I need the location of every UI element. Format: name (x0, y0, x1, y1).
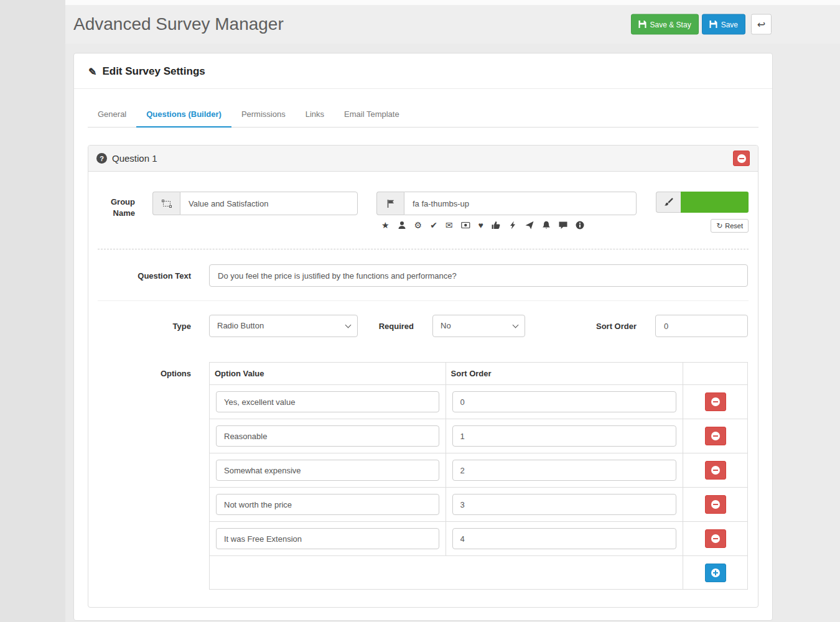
icon-class-input[interactable] (404, 192, 637, 215)
remove-option-button[interactable] (705, 427, 726, 445)
minus-circle-icon (711, 500, 720, 509)
color-input-group (656, 192, 749, 213)
question-text-input[interactable] (209, 264, 748, 287)
left-rail (0, 0, 65, 622)
user-icon[interactable] (398, 221, 406, 230)
remove-question-button[interactable] (733, 151, 750, 166)
bolt-icon[interactable] (508, 221, 517, 230)
color-swatch[interactable] (681, 192, 749, 213)
tab-email-template[interactable]: Email Template (334, 103, 409, 127)
plus-circle-icon (711, 569, 720, 577)
type-select-value: Radio Button (217, 321, 264, 330)
top-strip (65, 0, 840, 5)
paint-brush-icon (656, 192, 681, 213)
save-icon (709, 21, 717, 29)
option-value-input[interactable] (216, 425, 439, 447)
question-body: Group Name (88, 172, 758, 607)
question-text-row: Question Text (98, 264, 749, 287)
heart-icon[interactable]: ♥ (478, 221, 483, 230)
option-row (210, 522, 748, 556)
question-header: ? Question 1 (88, 146, 758, 172)
cog-icon[interactable]: ⚙ (414, 221, 422, 230)
option-sort-input[interactable] (452, 425, 677, 447)
option-sort-input[interactable] (452, 391, 677, 412)
icon-picker: ★ ⚙ ✔ ✉ ♥ (381, 221, 637, 230)
remove-option-button[interactable] (705, 495, 726, 514)
tab-general[interactable]: General (88, 103, 136, 127)
flag-icon (376, 192, 404, 215)
envelope-icon[interactable]: ✉ (446, 221, 453, 230)
tab-permissions[interactable]: Permissions (231, 103, 296, 127)
back-button[interactable]: ↩ (751, 14, 772, 35)
sort-order-header: Sort Order (446, 363, 683, 385)
thumbs-up-icon[interactable] (492, 221, 500, 230)
comment-icon[interactable] (559, 221, 567, 230)
save-icon (638, 21, 646, 29)
save-and-stay-label: Save & Stay (650, 20, 691, 29)
question-text-label: Question Text (98, 271, 191, 281)
pencil-icon: ✎ (88, 66, 96, 78)
sort-order-label: Sort Order (595, 322, 637, 331)
remove-option-button[interactable] (705, 529, 726, 548)
refresh-icon: ↻ (716, 221, 722, 230)
minus-circle-icon (711, 534, 720, 543)
back-icon: ↩ (757, 19, 765, 30)
option-sort-input[interactable] (452, 528, 677, 549)
money-icon[interactable] (461, 221, 470, 230)
option-row (210, 419, 748, 453)
option-sort-input[interactable] (452, 494, 677, 515)
panel-body: General Questions (Builder) Permissions … (74, 89, 772, 608)
option-value-input[interactable] (216, 528, 439, 549)
add-option-button[interactable] (705, 564, 726, 582)
option-value-input[interactable] (216, 391, 439, 412)
question-title: ? Question 1 (96, 153, 157, 164)
sort-order-input[interactable] (655, 315, 748, 337)
tab-bar: General Questions (Builder) Permissions … (88, 103, 758, 128)
send-icon[interactable] (525, 221, 534, 230)
minus-circle-icon (711, 397, 720, 406)
option-value-input[interactable] (216, 460, 439, 481)
bell-icon[interactable] (542, 221, 551, 230)
type-select[interactable]: Radio Button (209, 315, 358, 337)
object-group-icon (152, 192, 180, 215)
save-label: Save (721, 20, 738, 29)
reset-color-button[interactable]: ↻ Reset (711, 219, 749, 233)
group-name-input[interactable] (180, 192, 358, 215)
required-label: Required (378, 322, 414, 331)
option-sort-input[interactable] (452, 460, 677, 481)
type-label: Type (98, 322, 191, 331)
group-row: Group Name (98, 192, 749, 233)
save-and-stay-button[interactable]: Save & Stay (631, 14, 699, 35)
options-table: Option Value Sort Order (209, 362, 748, 590)
remove-option-button[interactable] (705, 392, 726, 411)
star-icon[interactable]: ★ (381, 221, 390, 230)
tab-questions-builder[interactable]: Questions (Builder) (136, 103, 231, 128)
question-panel: ? Question 1 Group Name (88, 145, 758, 608)
chevron-down-icon (513, 322, 519, 328)
required-select-value: No (441, 321, 451, 330)
required-select[interactable]: No (432, 315, 525, 337)
page-title: Advanced Survey Manager (73, 14, 284, 34)
group-name-col (152, 192, 358, 233)
page-header: Advanced Survey Manager Save & Stay Save… (65, 5, 840, 44)
actions-header (683, 363, 748, 385)
check-icon[interactable]: ✔ (430, 221, 437, 230)
group-name-label: Group Name (98, 192, 135, 233)
icon-input-group (376, 192, 637, 215)
save-button[interactable]: Save (702, 14, 745, 35)
option-row (210, 385, 748, 419)
group-name-input-group (152, 192, 358, 215)
panel-title: Edit Survey Settings (102, 65, 205, 78)
edit-survey-panel: ✎ Edit Survey Settings General Questions… (73, 53, 773, 621)
add-option-row (210, 556, 748, 590)
type-row: Type Radio Button Required No Sort Order (98, 315, 749, 337)
divider (98, 300, 749, 301)
color-col: ↻ Reset (656, 192, 749, 233)
header-actions: Save & Stay Save ↩ (631, 14, 772, 35)
panel-heading: ✎ Edit Survey Settings (74, 53, 772, 89)
minus-circle-icon (711, 432, 720, 440)
info-circle-icon[interactable] (576, 221, 584, 230)
remove-option-button[interactable] (705, 461, 726, 480)
tab-links[interactable]: Links (296, 103, 334, 127)
option-value-input[interactable] (216, 494, 439, 515)
